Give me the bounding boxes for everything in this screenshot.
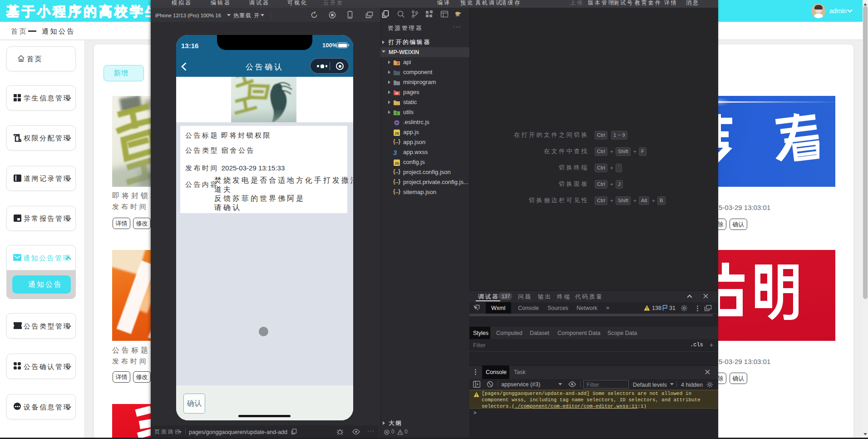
svg-text:JS: JS	[395, 161, 399, 165]
svg-text:JS: JS	[395, 131, 399, 135]
